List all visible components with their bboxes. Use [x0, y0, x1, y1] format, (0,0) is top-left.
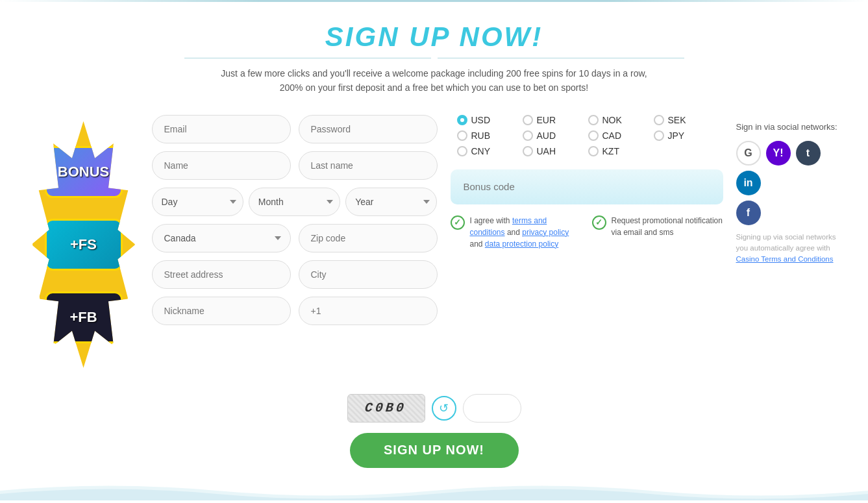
mascot-left: BONUS +FS +FB [29, 121, 139, 368]
email-password-row [152, 115, 438, 143]
radio-kzt[interactable] [588, 146, 599, 156]
bonus-code-input[interactable] [464, 181, 710, 192]
privacy-link[interactable]: privacy policy [522, 228, 569, 237]
signup-button[interactable]: Sign Up Now! [350, 433, 519, 468]
captcha-section: C0B0 ↺ [0, 394, 868, 423]
email-field[interactable] [152, 115, 291, 143]
currency-nok[interactable]: NOK [588, 115, 651, 125]
nickname-field[interactable] [152, 297, 291, 325]
captcha-image: C0B0 [347, 394, 425, 423]
captcha-refresh-button[interactable]: ↺ [432, 396, 456, 421]
currency-usd[interactable]: USD [457, 115, 520, 125]
linkedin-login-button[interactable]: in [736, 171, 761, 195]
data-protection-link[interactable]: data protection policy [485, 239, 558, 249]
bonus-code-wrapper [451, 169, 723, 204]
casino-terms-link[interactable]: Casino Terms and Conditions [736, 255, 834, 263]
terms-text: I agree with terms and conditions and pr… [470, 215, 582, 250]
currency-jpy[interactable]: JPY [654, 130, 717, 141]
country-select[interactable]: Canada United States United Kingdom [152, 224, 291, 252]
name-lastname-row [152, 151, 438, 180]
currency-cad[interactable]: CAD [588, 130, 651, 141]
street-city-row [152, 260, 438, 289]
name-field[interactable] [152, 151, 291, 180]
street-field[interactable] [152, 260, 291, 289]
bottom-wave [0, 481, 868, 500]
password-field[interactable] [299, 115, 438, 143]
agreements-row: I agree with terms and conditions and pr… [451, 215, 723, 250]
radio-aud[interactable] [523, 130, 533, 141]
social-section: Sign in via social networks: G Y! t in f [736, 115, 840, 265]
radio-eur[interactable] [523, 115, 533, 125]
day-select[interactable]: Day 123 [152, 188, 243, 216]
yahoo-login-button[interactable]: Y! [766, 141, 791, 166]
subtitle: Just a few more clicks and you'll receiv… [220, 66, 649, 95]
promo-checkbox[interactable] [592, 215, 606, 230]
radio-cny[interactable] [457, 146, 467, 156]
social-icons-row-2: f [736, 201, 840, 225]
facebook-login-button[interactable]: f [736, 201, 761, 225]
radio-jpy[interactable] [654, 130, 664, 141]
radio-rub[interactable] [457, 130, 467, 141]
social-title: Sign in via social networks: [736, 121, 840, 133]
divider-line-right [438, 58, 684, 58]
page-title: SIGN UP NOW! [13, 21, 855, 53]
radio-uah[interactable] [523, 146, 533, 156]
tumblr-login-button[interactable]: t [796, 141, 821, 166]
right-panel: USD EUR NOK SEK RUB [451, 115, 723, 256]
currency-eur[interactable]: EUR [523, 115, 586, 125]
currency-cny[interactable]: CNY [457, 146, 520, 156]
lastname-field[interactable] [299, 151, 438, 180]
terms-agreement: I agree with terms and conditions and pr… [451, 215, 582, 250]
year-select[interactable]: Year 20001999 [345, 188, 437, 216]
form-area: Day 123 Month JanuaryFebruary Year 20001… [152, 115, 438, 333]
radio-nok[interactable] [588, 115, 599, 125]
captcha-input[interactable] [463, 394, 521, 423]
radio-usd[interactable] [457, 115, 467, 125]
header-divider [13, 58, 855, 58]
phone-field[interactable] [299, 297, 438, 325]
currency-kzt[interactable]: KZT [588, 146, 651, 156]
promo-text: Request promotional notification via ema… [612, 215, 723, 238]
month-select[interactable]: Month JanuaryFebruary [249, 188, 340, 216]
city-field[interactable] [299, 260, 438, 289]
country-zip-row: Canada United States United Kingdom [152, 224, 438, 252]
social-icons-row: G Y! t in [736, 141, 840, 195]
date-row: Day 123 Month JanuaryFebruary Year 20001… [152, 188, 438, 216]
main-content: BONUS +FS +FB [0, 115, 868, 381]
google-login-button[interactable]: G [736, 141, 761, 166]
currency-grid: USD EUR NOK SEK RUB [451, 115, 723, 156]
mascot-bonus-box: BONUS [45, 146, 123, 198]
signup-section: Sign Up Now! [0, 433, 868, 468]
social-terms: Signing up via social networks you autom… [736, 232, 840, 265]
currency-sek[interactable]: SEK [654, 115, 717, 125]
currency-aud[interactable]: AUD [523, 130, 586, 141]
header-section: SIGN UP NOW! Just a few more clicks and … [0, 2, 868, 115]
terms-checkbox[interactable] [451, 215, 465, 230]
nickname-phone-row [152, 297, 438, 325]
mascot-fs-box: +FS [45, 219, 123, 271]
mascot-starburst: BONUS +FS +FB [32, 121, 136, 368]
promo-agreement: Request promotional notification via ema… [592, 215, 723, 250]
radio-sek[interactable] [654, 115, 664, 125]
divider-line-left [184, 58, 431, 58]
zip-field[interactable] [299, 224, 438, 252]
currency-uah[interactable]: UAH [523, 146, 586, 156]
currency-rub[interactable]: RUB [457, 130, 520, 141]
mascot-fb-box: +FB [45, 291, 123, 343]
radio-cad[interactable] [588, 130, 599, 141]
